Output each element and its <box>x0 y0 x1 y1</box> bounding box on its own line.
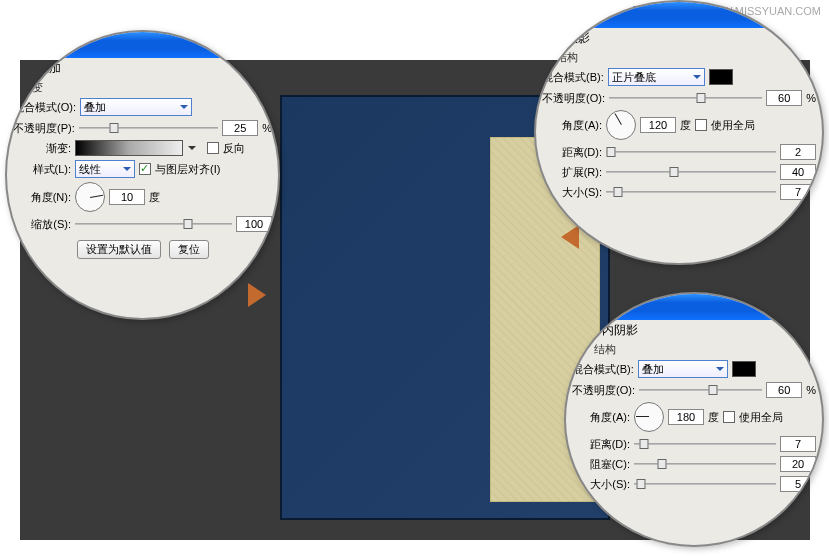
panel-titlebar <box>7 32 278 58</box>
callout-arrow-icon <box>248 283 278 307</box>
spread-label: 扩展(R): <box>542 165 602 180</box>
distance-input[interactable]: 7 <box>780 436 816 452</box>
group-heading: 结构 <box>566 341 822 358</box>
angle-dial[interactable] <box>606 110 636 140</box>
distance-slider[interactable] <box>606 145 776 159</box>
style-label: 样式(L): <box>13 162 71 177</box>
choke-label: 阻塞(C): <box>572 457 630 472</box>
gradient-picker[interactable] <box>75 140 183 156</box>
blend-mode-label: 混合模式(B): <box>542 70 604 85</box>
set-default-button[interactable]: 设置为默认值 <box>77 240 161 259</box>
distance-label: 距离(D): <box>542 145 602 160</box>
opacity-input[interactable]: 60 <box>766 90 802 106</box>
opacity-input[interactable]: 25 <box>222 120 258 136</box>
blend-mode-label: 混合模式(B): <box>572 362 634 377</box>
angle-dial[interactable] <box>75 182 105 212</box>
style-select[interactable]: 线性 <box>75 160 135 178</box>
color-swatch[interactable] <box>709 69 733 85</box>
blend-mode-select[interactable]: 叠加 <box>80 98 192 116</box>
reverse-checkbox[interactable] <box>207 142 219 154</box>
gradient-overlay-panel: 渐变叠加 渐变 混合模式(O): 叠加 不透明度(P): 25 % 渐变: 反向… <box>5 30 280 320</box>
reset-button[interactable]: 复位 <box>169 240 209 259</box>
size-input[interactable]: 7 <box>780 184 816 200</box>
opacity-input[interactable]: 60 <box>766 382 802 398</box>
opacity-slider[interactable] <box>639 383 762 397</box>
global-light-checkbox[interactable] <box>695 119 707 131</box>
spread-input[interactable]: 40 <box>780 164 816 180</box>
angle-input[interactable]: 120 <box>640 117 676 133</box>
degree-label: 度 <box>149 190 160 205</box>
callout-arrow-icon <box>549 225 579 249</box>
angle-label: 角度(N): <box>13 190 71 205</box>
scale-input[interactable]: 100 <box>236 216 272 232</box>
choke-slider[interactable] <box>634 457 776 471</box>
global-light-checkbox[interactable] <box>723 411 735 423</box>
align-layer-checkbox[interactable] <box>139 163 151 175</box>
opacity-slider[interactable] <box>79 121 218 135</box>
color-swatch[interactable] <box>732 361 756 377</box>
opacity-label: 不透明度(O): <box>572 383 635 398</box>
choke-input[interactable]: 20 <box>780 456 816 472</box>
degree-label: 度 <box>708 410 719 425</box>
angle-label: 角度(A): <box>572 410 630 425</box>
angle-dial[interactable] <box>634 402 664 432</box>
angle-input[interactable]: 10 <box>109 189 145 205</box>
global-light-label: 使用全局 <box>711 118 755 133</box>
size-slider[interactable] <box>606 185 776 199</box>
size-slider[interactable] <box>634 477 776 491</box>
spread-slider[interactable] <box>606 165 776 179</box>
distance-slider[interactable] <box>634 437 776 451</box>
align-layer-label: 与图层对齐(I) <box>155 162 220 177</box>
angle-label: 角度(A): <box>542 118 602 133</box>
reverse-label: 反向 <box>223 141 245 156</box>
blend-mode-select[interactable]: 叠加 <box>638 360 728 378</box>
percent-label: % <box>262 122 272 134</box>
global-light-label: 使用全局 <box>739 410 783 425</box>
angle-input[interactable]: 180 <box>668 409 704 425</box>
percent-label: % <box>806 384 816 396</box>
group-heading: 渐变 <box>7 79 278 96</box>
opacity-label: 不透明度(O): <box>542 91 605 106</box>
percent-label: % <box>806 92 816 104</box>
blend-mode-select[interactable]: 正片叠底 <box>608 68 705 86</box>
scale-slider[interactable] <box>75 217 232 231</box>
distance-label: 距离(D): <box>572 437 630 452</box>
degree-label: 度 <box>680 118 691 133</box>
section-heading: 投影 <box>536 28 822 49</box>
inner-shadow-panel: 内阴影 结构 混合模式(B): 叠加 不透明度(O): 60 % 角度(A): … <box>564 292 824 547</box>
gradient-label: 渐变: <box>13 141 71 156</box>
drop-shadow-panel: 投影 结构 混合模式(B): 正片叠底 不透明度(O): 60 % 角度(A):… <box>534 0 824 265</box>
group-heading: 结构 <box>536 49 822 66</box>
scale-label: 缩放(S): <box>13 217 71 232</box>
opacity-slider[interactable] <box>609 91 762 105</box>
size-input[interactable]: 5 <box>780 476 816 492</box>
opacity-label: 不透明度(P): <box>13 121 75 136</box>
blend-mode-label: 混合模式(O): <box>13 100 76 115</box>
distance-input[interactable]: 2 <box>780 144 816 160</box>
